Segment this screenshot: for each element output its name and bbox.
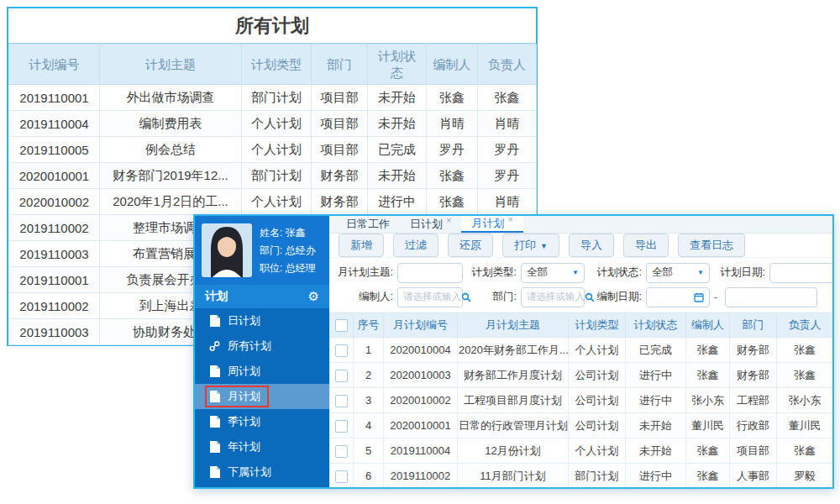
plan-subject-link[interactable]: 12月份计划 xyxy=(458,438,569,464)
creator-link[interactable]: 张小东 xyxy=(686,388,730,413)
make-date-start-input[interactable] xyxy=(646,287,710,307)
column-header: 月计划编号 xyxy=(384,313,458,338)
table-header-row: 序号 月计划编号 月计划主题 计划类型 计划状态 编制人 部门 负责人 xyxy=(330,313,833,338)
plan-subject-link[interactable]: 工程项目部月度计划 xyxy=(458,388,569,413)
table-row: 3 2020010002 工程项目部月度计划 公司计划 进行中 张小东 工程部 … xyxy=(330,388,833,413)
plan-code-link[interactable]: 2020010002 xyxy=(384,388,458,413)
owner-link[interactable]: 罗毅 xyxy=(777,464,833,489)
owner-link[interactable]: 张鑫 xyxy=(777,363,833,388)
sidebar-menu: 日计划 所有计划 周计划 月计划 季计划 年计划 下属计划 xyxy=(195,308,329,487)
sidebar-item-year-plan[interactable]: 年计划 xyxy=(195,434,329,459)
tab-daily-work[interactable]: 日常工作 xyxy=(336,216,400,233)
table-row: 2020010001财务部门2019年12...部门计划财务部未开始张鑫罗丹 xyxy=(9,163,537,189)
owner-link[interactable]: 张鑫 xyxy=(777,338,833,363)
sidebar: 姓名: 张鑫 部门: 总经办 职位: 总经理 计划 ⚙ 日计划 所有计划 周计划… xyxy=(195,216,329,487)
user-profile: 姓名: 张鑫 部门: 总经办 职位: 总经理 xyxy=(195,216,329,285)
plan-subject-link[interactable]: 日常的行政管理月计划 xyxy=(458,413,569,438)
close-icon[interactable]: × xyxy=(446,215,451,225)
owner-link[interactable]: 张鑫 xyxy=(777,438,833,464)
caret-down-icon: ▼ xyxy=(697,269,704,276)
plan-subject-link[interactable]: 2020年财务部工作月... xyxy=(458,338,569,363)
file-icon xyxy=(209,315,220,327)
filter-panel: 月计划主题: 计划类型: 全部▼ 计划状态: 全部▼ 计划日期: 编制人: 请选… xyxy=(329,258,832,311)
column-header: 计划状态 xyxy=(368,45,427,85)
file-icon xyxy=(209,365,220,377)
select-all-checkbox[interactable] xyxy=(335,319,348,332)
sidebar-item-subordinate-plan[interactable]: 下属计划 xyxy=(195,459,329,485)
creator-link[interactable]: 张鑫 xyxy=(686,464,730,489)
highlight-box: 月计划 xyxy=(205,386,269,407)
creator-link[interactable]: 张鑫 xyxy=(686,338,730,363)
column-header: 计划类型 xyxy=(242,45,312,85)
row-checkbox[interactable] xyxy=(335,445,348,458)
export-button[interactable]: 导出 xyxy=(623,234,669,257)
sidebar-item-quarter-plan[interactable]: 季计划 xyxy=(195,409,329,434)
caret-down-icon: ▼ xyxy=(572,269,579,276)
file-icon xyxy=(209,441,220,453)
row-checkbox[interactable] xyxy=(335,470,348,483)
column-header: 负责人 xyxy=(478,45,537,85)
sidebar-header: 计划 ⚙ xyxy=(195,285,329,308)
file-icon xyxy=(209,391,220,402)
plan-subject-link[interactable]: 财务部工作月度计划 xyxy=(458,363,569,388)
table-row: 6 2019110002 11月部门计划 部门计划 进行中 张鑫 人事部 罗毅 xyxy=(330,464,833,489)
make-date-filter-label: 编制日期: xyxy=(593,290,642,304)
row-checkbox[interactable] xyxy=(335,344,348,357)
plan-code-link[interactable]: 2020010001 xyxy=(384,413,458,438)
view-log-button[interactable]: 查看日志 xyxy=(678,234,745,257)
sidebar-item-day-plan[interactable]: 日计划 xyxy=(195,308,329,333)
avatar xyxy=(202,223,252,277)
page-title: 所有计划 xyxy=(8,8,536,44)
sidebar-item-month-plan[interactable]: 月计划 xyxy=(195,384,329,409)
close-icon[interactable]: × xyxy=(507,214,512,224)
column-header: 计划状态 xyxy=(626,313,686,338)
row-checkbox[interactable] xyxy=(335,420,348,433)
filter-button[interactable]: 过滤 xyxy=(393,234,438,257)
creator-link[interactable]: 张鑫 xyxy=(686,438,730,464)
table-row: 5 2019110004 12月份计划 个人计划 未开始 张鑫 项目部 张鑫 xyxy=(330,438,833,464)
owner-link[interactable]: 张小东 xyxy=(777,388,833,413)
add-button[interactable]: 新增 xyxy=(339,234,384,257)
column-header: 计划主题 xyxy=(100,45,242,85)
column-header: 计划编号 xyxy=(9,45,100,85)
column-header: 序号 xyxy=(354,313,384,338)
column-header: 部门 xyxy=(730,313,777,338)
plan-code-link[interactable]: 2019110004 xyxy=(384,438,458,464)
tab-month-plan[interactable]: 月计划 × xyxy=(461,216,522,233)
plan-code-link[interactable]: 2020010004 xyxy=(384,338,458,363)
owner-link[interactable]: 董川民 xyxy=(777,413,833,438)
dept-filter-input[interactable]: 请选择或输入 xyxy=(521,287,585,307)
plan-date-input[interactable] xyxy=(769,263,834,283)
plan-code-link[interactable]: 2020010003 xyxy=(384,363,458,388)
make-date-end-input[interactable] xyxy=(725,287,817,307)
import-button[interactable]: 导入 xyxy=(569,234,614,257)
plan-subject-link[interactable]: 11月部门计划 xyxy=(458,464,569,489)
sidebar-item-week-plan[interactable]: 周计划 xyxy=(195,359,329,384)
row-checkbox[interactable] xyxy=(335,395,348,407)
creator-link[interactable]: 董川民 xyxy=(686,413,730,438)
file-icon xyxy=(209,466,220,478)
print-button[interactable]: 打印▼ xyxy=(502,234,559,257)
table-row: 1 2020010004 2020年财务部工作月... 个人计划 已完成 张鑫 … xyxy=(330,338,833,363)
column-header: 编制人 xyxy=(427,45,478,85)
column-header: 编制人 xyxy=(686,313,730,338)
creator-filter-input[interactable]: 请选择或输入 xyxy=(397,287,463,307)
tab-day-plan[interactable]: 日计划 × xyxy=(400,216,461,233)
creator-link[interactable]: 张鑫 xyxy=(686,363,730,388)
reset-button[interactable]: 还原 xyxy=(448,234,493,257)
table-row: 2019110001外出做市场调查部门计划项目部未开始张鑫张鑫 xyxy=(9,85,537,111)
column-header: 月计划主题 xyxy=(458,313,569,338)
sidebar-item-all-plans[interactable]: 所有计划 xyxy=(195,333,329,359)
table-header-row: 计划编号 计划主题 计划类型 部门 计划状态 编制人 负责人 xyxy=(9,45,537,85)
plan-code-link[interactable]: 2019110002 xyxy=(384,464,458,489)
subject-filter-input[interactable] xyxy=(397,263,463,283)
main-panel: 日常工作 日计划 × 月计划 × 新增 过滤 还原 打印▼ 导入 导出 查看日志 xyxy=(329,216,832,487)
gear-icon[interactable]: ⚙ xyxy=(308,289,319,304)
caret-down-icon: ▼ xyxy=(540,242,548,250)
calendar-icon xyxy=(694,292,704,302)
type-filter-select[interactable]: 全部▼ xyxy=(521,263,585,283)
type-filter-label: 计划类型: xyxy=(470,265,517,280)
table-row: 2 2020010003 财务部工作月度计划 公司计划 进行中 张鑫 财务部 张… xyxy=(330,363,833,388)
status-filter-select[interactable]: 全部▼ xyxy=(646,263,710,283)
row-checkbox[interactable] xyxy=(335,370,348,382)
